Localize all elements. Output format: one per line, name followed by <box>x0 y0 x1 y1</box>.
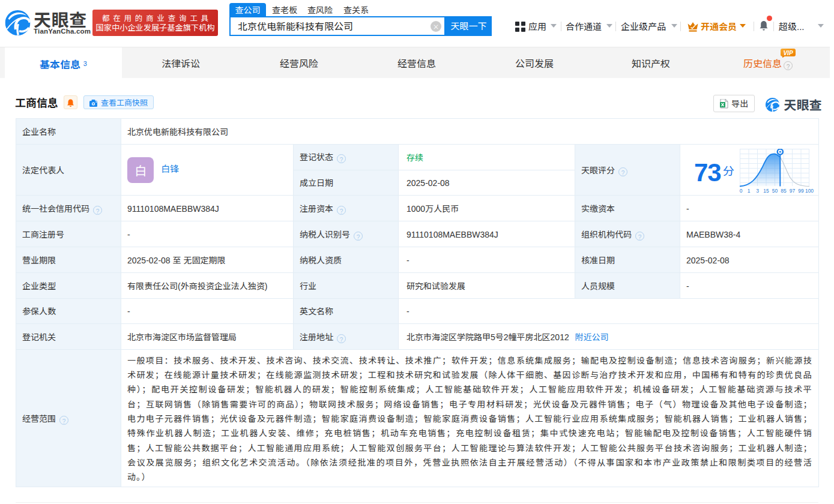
svg-text:0: 0 <box>740 188 743 194</box>
svg-text:100: 100 <box>805 188 814 194</box>
svg-text:97: 97 <box>790 188 796 194</box>
svg-text:99: 99 <box>798 188 804 194</box>
svg-text:50: 50 <box>772 188 778 194</box>
svg-text:3: 3 <box>756 188 759 194</box>
svg-text:VIP: VIP <box>783 49 793 57</box>
svg-text:1: 1 <box>748 188 751 194</box>
svg-text:15: 15 <box>763 188 769 194</box>
svg-text:85: 85 <box>781 188 787 194</box>
